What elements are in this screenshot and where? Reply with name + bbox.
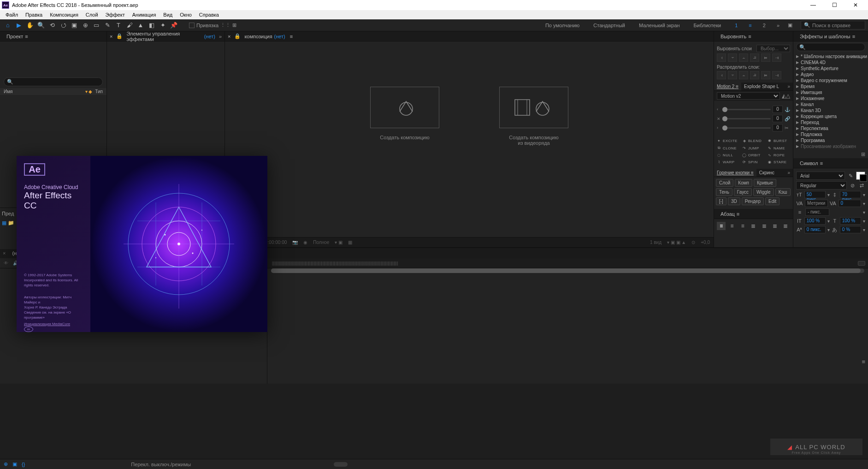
no-fill-icon[interactable]: ⊘ — [849, 183, 856, 189]
home-icon[interactable]: ⌂ — [3, 20, 13, 30]
motion-null[interactable]: ◌NULL — [716, 152, 740, 158]
kerning-value[interactable]: Метрики — [805, 200, 827, 207]
motion-overflow-icon[interactable]: » — [785, 83, 793, 90]
tree-item[interactable]: ▶Программа — [793, 137, 868, 143]
timeline-zoom-icon[interactable] — [858, 261, 865, 266]
hk-gauss[interactable]: Гаусс — [734, 188, 752, 196]
grid-icon[interactable]: ▦ — [2, 220, 6, 226]
vscale-value[interactable]: 100 % — [804, 217, 826, 225]
hk-3d[interactable]: 3D — [728, 197, 740, 205]
hotkeys-overflow-icon[interactable]: » — [785, 169, 793, 177]
time-display[interactable]: 0:00:00:00 — [265, 240, 287, 245]
distribute-btn[interactable]: ⫢ — [761, 71, 770, 79]
font-size-value[interactable]: 50 пикс. — [804, 191, 826, 198]
hk-render[interactable]: Рендер — [742, 197, 764, 205]
slider-3[interactable] — [722, 127, 771, 129]
maximize-button[interactable]: ☐ — [824, 0, 845, 10]
motion-stare[interactable]: ◉STARE — [767, 159, 791, 165]
hk-curves[interactable]: Кривые — [754, 179, 776, 187]
motion-warp[interactable]: ⌇WARP — [716, 159, 740, 165]
camera-tool[interactable]: ▣ — [69, 20, 79, 30]
workspace-overflow-icon[interactable]: » — [777, 23, 779, 28]
hk-wiggle[interactable]: Wiggle — [753, 188, 774, 196]
panel-menu-icon[interactable]: ≡ — [290, 34, 293, 39]
tree-item[interactable]: ▶Имитация — [793, 89, 868, 95]
tracking-value[interactable]: 0 — [838, 200, 861, 207]
clip-icon[interactable]: ✂ — [785, 125, 790, 131]
snap-options-icon[interactable]: ⋮⋮ — [220, 22, 230, 28]
eyedropper-icon[interactable]: ✎ — [847, 173, 854, 179]
eraser-tool[interactable]: ◧ — [147, 20, 157, 30]
rotate-tool[interactable]: ⭯ — [58, 20, 68, 30]
character-tab[interactable]: Символ ≡ — [796, 159, 827, 167]
motion2-tab[interactable]: Motion 2 ≡ — [714, 83, 741, 90]
status-icon-2[interactable]: ▣ — [12, 461, 17, 467]
roi-icon[interactable]: ▾ ▣ — [335, 240, 342, 245]
align-hcenter-icon[interactable]: ⫟ — [728, 53, 737, 62]
tree-item[interactable]: ▶Подложка — [793, 131, 868, 137]
tree-item[interactable]: ▶* Шаблоны настроек анимации — [793, 53, 868, 59]
composition-tab[interactable]: 🔒 композиция (нет) ≡ — [230, 32, 296, 41]
puppet-tool[interactable]: 📌 — [169, 20, 179, 30]
snapshot-icon[interactable]: 📷 — [292, 240, 298, 245]
effects-presets-tab[interactable]: Эффекты и шаблоны ≡ — [796, 32, 859, 41]
project-col-type[interactable]: Тип — [95, 89, 103, 94]
project-col-label-icon[interactable]: ▾ ◆ — [85, 89, 93, 94]
lock-icon[interactable]: 🔒 — [234, 33, 241, 39]
motion-excite[interactable]: ✦EXCITE — [716, 138, 740, 144]
slider-3-value[interactable]: 0 — [773, 124, 783, 131]
shape-tool[interactable]: ▭ — [91, 20, 101, 30]
motion-preset-select[interactable]: Motion v2 — [717, 92, 780, 100]
workspace-standard[interactable]: Стандартный — [590, 21, 628, 30]
hscale-value[interactable]: 100 % — [840, 217, 861, 225]
leading-value[interactable]: 70 пикс. — [840, 191, 861, 198]
exposure-icon[interactable]: ⊙ — [691, 240, 695, 245]
menu-help[interactable]: Справка — [195, 11, 223, 18]
workspace-default[interactable]: По умолчанию — [543, 21, 582, 30]
timeline-menu-icon[interactable]: ≡ — [862, 358, 865, 365]
paragraph-tab[interactable]: Абзац ≡ — [717, 210, 743, 218]
clone-stamp-tool[interactable]: ▲ — [136, 20, 146, 30]
tree-item[interactable]: ▶CINEMA 4D — [793, 59, 868, 65]
tree-item[interactable]: ▶Перспектива — [793, 125, 868, 131]
channel-icon[interactable]: ◉ — [303, 240, 307, 245]
lock-icon[interactable]: 🔒 — [116, 33, 123, 39]
slider-right-icon[interactable]: › — [717, 125, 720, 130]
effects-search[interactable]: 🔍 — [796, 43, 865, 51]
baseline-value[interactable]: 0 пикс. — [804, 226, 826, 233]
zoom-tool[interactable]: 🔍 — [36, 20, 46, 30]
align-tab[interactable]: Выровнять ≡ — [717, 32, 755, 41]
hk-brackets[interactable]: [-] — [716, 197, 726, 205]
workspace-libraries[interactable]: Библиотеки — [691, 21, 724, 30]
justify-right-icon[interactable]: ≣ — [770, 222, 779, 230]
tree-item[interactable]: ▶Канал 3D — [793, 107, 868, 113]
tree-item[interactable]: ▶Видео с погружением — [793, 77, 868, 83]
tsume-value[interactable]: 0 % — [840, 226, 861, 233]
justify-all-icon[interactable]: ≣ — [781, 222, 790, 230]
justify-left-icon[interactable]: ≣ — [749, 222, 758, 230]
orbit-tool[interactable]: ⟲ — [47, 20, 57, 30]
explode-shape-tab[interactable]: Explode Shape L — [741, 83, 782, 90]
swap-icon[interactable]: ⇄ — [858, 183, 865, 189]
menu-view[interactable]: Вид — [159, 11, 176, 18]
anchor-icon[interactable]: ⚓ — [785, 107, 790, 112]
new-bin-icon[interactable]: ⊞ — [861, 151, 865, 157]
hk-cache[interactable]: Кэш — [775, 188, 791, 196]
timeline-scrollbar[interactable] — [271, 268, 864, 273]
motion-orbit[interactable]: ◯ORBIT — [741, 152, 766, 158]
hand-tool[interactable]: ✋ — [25, 20, 35, 30]
resolution-dropdown[interactable]: Полное — [313, 240, 329, 245]
motion-clone[interactable]: ⧉CLONE — [716, 145, 740, 151]
exposure-value[interactable]: +0,0 — [701, 240, 710, 245]
create-composition-card[interactable]: Создать композицию — [359, 87, 451, 146]
tree-item[interactable]: ▶Переход — [793, 119, 868, 125]
tree-item[interactable]: ▶Время — [793, 83, 868, 89]
eye-icon[interactable]: 👁 — [4, 261, 8, 266]
status-zoom-slider[interactable] — [334, 462, 348, 467]
motion-blend[interactable]: ◈BLEND — [741, 138, 766, 144]
render-queue-label[interactable]: Пред — [2, 211, 15, 216]
font-style-select[interactable]: Regular — [796, 181, 847, 190]
panel-menu-icon[interactable]: ≡ — [25, 34, 28, 39]
text-tool[interactable]: T — [113, 20, 124, 30]
menu-window[interactable]: Окно — [176, 11, 195, 18]
